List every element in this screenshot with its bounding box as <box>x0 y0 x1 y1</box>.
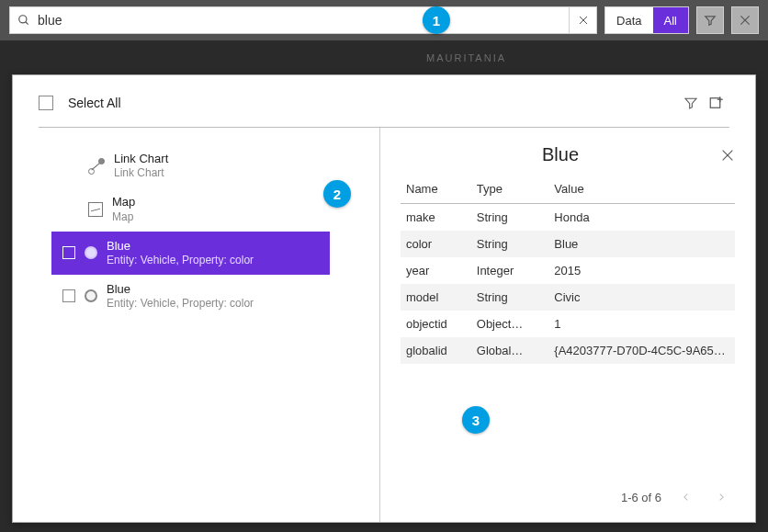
pager-range: 1-6 of 6 <box>621 491 661 504</box>
details-close-button[interactable] <box>720 148 735 163</box>
result-title: Blue <box>107 282 254 297</box>
pager: 1-6 of 6 <box>401 481 735 513</box>
table-row: objectid Object… 1 <box>401 311 735 337</box>
result-map[interactable]: Map Map <box>26 187 367 231</box>
svg-line-1 <box>26 22 28 25</box>
result-subtitle: Link Chart <box>114 166 168 180</box>
link-chart-icon <box>88 158 105 175</box>
search-toolbar: Data All <box>0 0 768 40</box>
select-all-label: Select All <box>68 96 678 110</box>
result-checkbox[interactable] <box>62 289 75 302</box>
col-name: Name <box>401 175 471 204</box>
pager-next[interactable] <box>711 489 731 505</box>
table-row: make String Honda <box>401 204 735 232</box>
result-title: Map <box>112 195 135 209</box>
select-all-checkbox[interactable] <box>39 96 53 110</box>
result-blue-2[interactable]: Blue Entity: Vehicle, Property: color <box>26 275 367 318</box>
table-row: model String Civic <box>401 284 735 311</box>
clear-search-button[interactable] <box>569 7 596 33</box>
result-subtitle: Entity: Vehicle, Property: color <box>107 297 254 311</box>
panel-header: Select All <box>13 75 755 127</box>
scope-toggle-all[interactable]: All <box>653 7 688 33</box>
result-blue-selected[interactable]: Blue Entity: Vehicle, Property: color <box>51 232 330 275</box>
result-link-chart[interactable]: Link Chart Link Chart <box>26 144 367 187</box>
col-value: Value <box>548 175 735 204</box>
search-box <box>9 6 597 34</box>
details-table: Name Type Value make String Honda color … <box>401 175 735 364</box>
scope-toggle-data[interactable]: Data <box>605 7 652 33</box>
entity-icon <box>85 246 97 259</box>
result-subtitle: Entity: Vehicle, Property: color <box>107 254 254 267</box>
details-pane: Blue Name Type Value make String <box>380 128 755 522</box>
callout-3: 3 <box>462 406 490 434</box>
results-panel: Select All Link Chart Link Chart Map Map <box>12 74 756 523</box>
details-title: Blue <box>401 144 720 165</box>
search-icon <box>10 14 38 27</box>
table-row: year Integer 2015 <box>401 257 735 284</box>
pager-prev[interactable] <box>676 489 696 505</box>
map-label-mauritania: MAURITANIA <box>426 52 506 63</box>
panel-body: Link Chart Link Chart Map Map Blue Entit… <box>13 128 755 522</box>
result-checkbox[interactable] <box>62 246 75 259</box>
table-row: globalid Global… {A4203777-D70D-4C5C-9A6… <box>401 337 735 364</box>
entity-icon <box>85 289 97 302</box>
add-to-button[interactable] <box>704 90 729 116</box>
callout-1: 1 <box>423 6 450 34</box>
details-header: Blue <box>401 141 735 175</box>
col-type: Type <box>471 175 549 204</box>
callout-2: 2 <box>323 180 351 208</box>
table-row: color String Blue <box>401 231 735 257</box>
result-title: Blue <box>107 239 254 254</box>
svg-point-0 <box>19 16 27 23</box>
map-icon <box>88 202 103 217</box>
panel-filter-button[interactable] <box>678 90 704 116</box>
close-search-button[interactable] <box>731 6 759 34</box>
filter-button[interactable] <box>696 6 724 34</box>
result-title: Link Chart <box>114 152 168 166</box>
result-subtitle: Map <box>112 210 135 224</box>
search-input[interactable] <box>38 9 569 31</box>
scope-toggle: Data All <box>604 6 689 34</box>
